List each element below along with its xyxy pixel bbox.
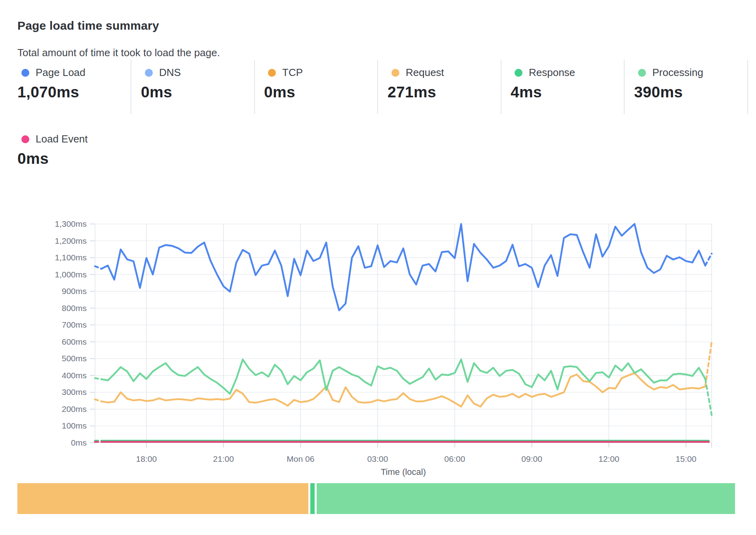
y-tick-label: 600ms xyxy=(62,337,87,346)
series-lead-dash xyxy=(95,399,101,401)
y-tick-label: 1,200ms xyxy=(55,236,87,245)
y-tick-label: 700ms xyxy=(62,320,87,329)
bar-segment-request xyxy=(17,483,308,514)
timing-breakdown-bar xyxy=(17,483,735,514)
x-tick-label: 06:00 xyxy=(444,454,465,463)
y-tick-label: 900ms xyxy=(62,286,87,296)
y-tick-label: 100ms xyxy=(62,421,87,430)
y-tick-label: 800ms xyxy=(62,304,87,313)
y-tick-label: 0ms xyxy=(71,438,87,447)
y-tick-label: 500ms xyxy=(62,354,87,363)
y-tick-label: 1,300ms xyxy=(55,219,87,228)
page-load-time-chart[interactable]: 0ms100ms200ms300ms400ms500ms600ms700ms80… xyxy=(0,0,756,535)
x-tick-label: 09:00 xyxy=(521,454,542,463)
x-tick-label: 15:00 xyxy=(676,454,697,463)
x-tick-label: 18:00 xyxy=(136,454,157,463)
y-tick-label: 300ms xyxy=(62,387,87,397)
series-tail-dash xyxy=(705,254,712,266)
y-tick-label: 400ms xyxy=(62,371,87,380)
y-tick-label: 1,100ms xyxy=(55,253,87,262)
x-tick-label: 21:00 xyxy=(213,454,234,463)
y-tick-label: 200ms xyxy=(62,404,87,414)
x-tick-label: 12:00 xyxy=(598,454,619,463)
series-lead-dash xyxy=(95,378,101,379)
y-tick-label: 1,000ms xyxy=(55,270,87,279)
x-tick-label: 03:00 xyxy=(367,454,388,463)
bar-segment-response xyxy=(310,483,315,514)
x-tick-label: Mon 06 xyxy=(287,454,314,463)
series-page-load xyxy=(101,224,705,310)
bar-segment-processing xyxy=(317,483,735,514)
x-axis-title: Time (local) xyxy=(381,467,426,477)
series-lead-dash xyxy=(95,266,101,269)
